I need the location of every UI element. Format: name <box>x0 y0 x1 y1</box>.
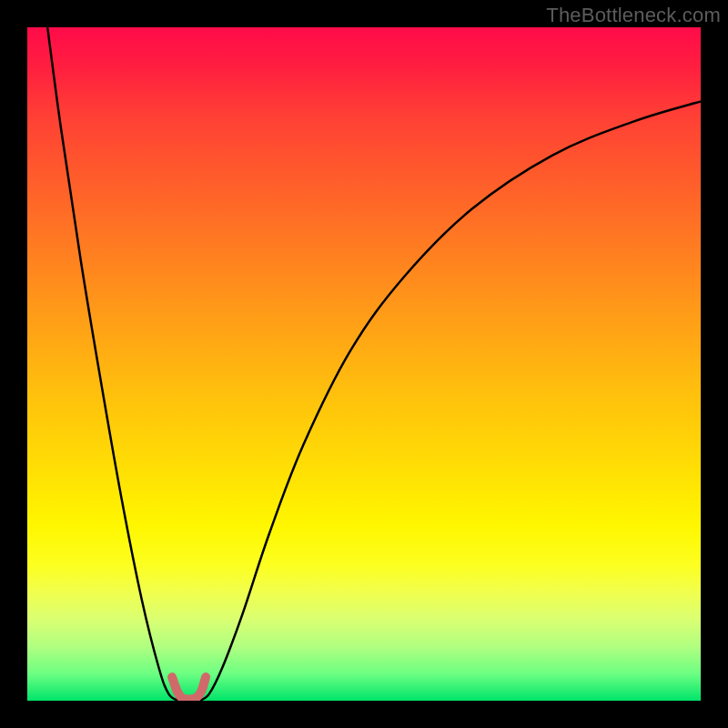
chart-frame: TheBottleneck.com <box>0 0 728 728</box>
plot-area <box>27 27 701 701</box>
watermark-text: TheBottleneck.com <box>546 4 721 27</box>
valley-highlight-curve <box>172 677 206 699</box>
left-branch-curve <box>47 27 178 701</box>
curve-layer <box>27 27 701 701</box>
right-branch-curve <box>199 101 701 701</box>
